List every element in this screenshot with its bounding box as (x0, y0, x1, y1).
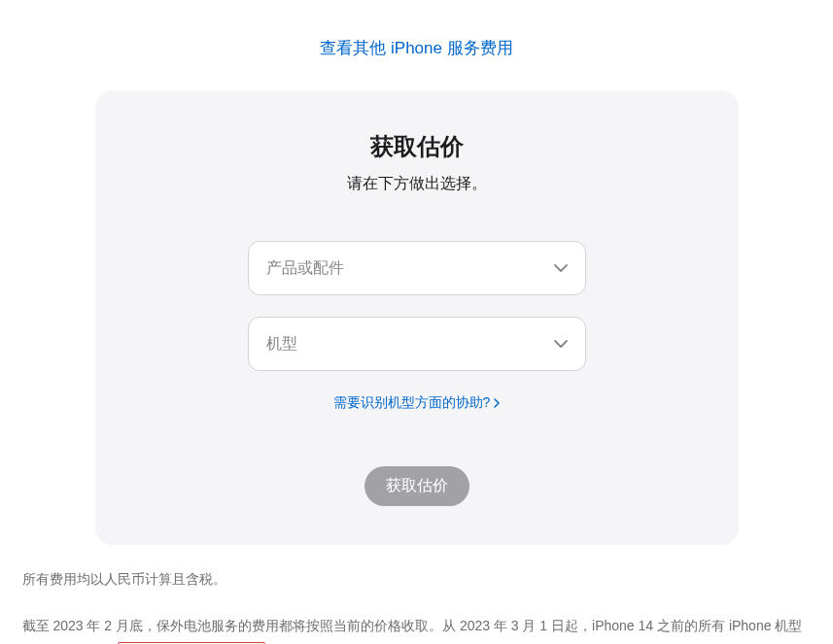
footnotes: 所有费用均以人民币计算且含税。 截至 2023 年 2 月底，保外电池服务的费用… (18, 568, 816, 644)
estimate-card: 获取估价 请在下方做出选择。 产品或配件 机型 需要识别机型方面的协助? 获取估… (95, 90, 739, 545)
footnote-price-change: 截至 2023 年 2 月底，保外电池服务的费用都将按照当前的价格收取。从 20… (22, 613, 812, 644)
model-select[interactable]: 机型 (248, 317, 586, 371)
card-subtitle: 请在下方做出选择。 (134, 174, 700, 194)
get-estimate-button[interactable]: 获取估价 (364, 466, 469, 506)
footnote-text: 截至 2023 年 2 月底，保外电池服务的费用都将按照当前的价格收取。从 20… (22, 618, 803, 644)
chevron-down-icon (554, 264, 568, 272)
other-services-link[interactable]: 查看其他 iPhone 服务费用 (320, 39, 512, 57)
card-title: 获取估价 (134, 131, 700, 162)
top-link-container: 查看其他 iPhone 服务费用 (0, 0, 833, 90)
chevron-down-icon (554, 340, 568, 348)
chevron-right-icon (494, 398, 500, 408)
footnote-currency: 所有费用均以人民币计算且含税。 (22, 568, 812, 590)
model-help-link[interactable]: 需要识别机型方面的协助? (333, 394, 501, 412)
help-link-text: 需要识别机型方面的协助? (333, 394, 491, 412)
model-select-placeholder: 机型 (266, 334, 297, 355)
model-select-wrapper: 机型 (248, 317, 586, 371)
product-select-wrapper: 产品或配件 (248, 241, 586, 295)
product-select[interactable]: 产品或配件 (248, 241, 586, 295)
product-select-placeholder: 产品或配件 (266, 258, 344, 279)
